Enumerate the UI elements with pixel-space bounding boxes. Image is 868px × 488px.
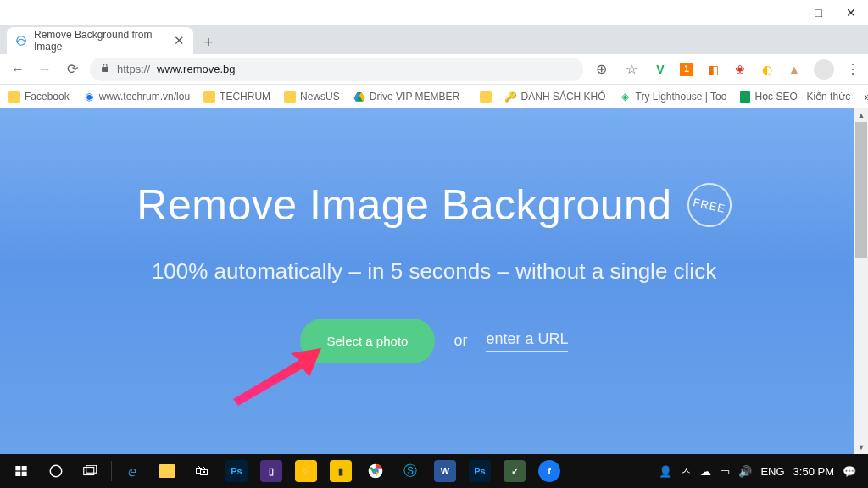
lighthouse-icon: ◈ [620, 91, 632, 103]
app-icon[interactable]: Ps [464, 454, 496, 488]
bookmark-label: Học SEO - Kiến thức [754, 91, 850, 103]
folder-icon [203, 91, 215, 103]
file-explorer-icon[interactable] [151, 454, 183, 488]
profile-avatar[interactable] [814, 59, 834, 80]
nav-back-button[interactable]: ← [8, 60, 27, 79]
bookmarks-overflow-button[interactable]: » [864, 90, 868, 103]
bookmark-item[interactable]: Drive VIP MEMBER - [353, 91, 466, 103]
extension-icon-2[interactable]: 1 [680, 63, 693, 76]
edge-icon[interactable]: ⅇ [116, 454, 148, 488]
facebook-icon[interactable]: f [533, 454, 565, 488]
bookmark-item[interactable] [480, 91, 492, 103]
folder-icon [480, 91, 492, 103]
bookmark-star-icon[interactable]: ☆ [622, 60, 641, 79]
bookmark-item[interactable]: NewsUS [284, 91, 340, 103]
select-photo-button[interactable]: Select a photo [300, 319, 436, 363]
svg-rect-6 [84, 468, 94, 475]
bookmark-label: NewsUS [300, 91, 340, 103]
tab-close-button[interactable]: ✕ [174, 33, 185, 48]
url-host: www.remove.bg [157, 63, 235, 75]
bookmark-item[interactable]: Học SEO - Kiến thức [740, 91, 850, 103]
app-icon[interactable]: ▮ [325, 454, 357, 488]
browser-menu-button[interactable]: ⋮ [846, 61, 860, 77]
folder-icon [8, 91, 20, 103]
people-icon[interactable]: 👤 [659, 465, 672, 478]
scroll-down-arrow-icon[interactable]: ▼ [854, 441, 868, 454]
bookmark-label: Drive VIP MEMBER - [370, 91, 466, 103]
or-text: or [453, 332, 467, 350]
lock-icon [100, 63, 110, 75]
svg-rect-1 [15, 466, 20, 470]
extension-icon-5[interactable]: ◐ [760, 62, 775, 77]
browser-tab[interactable]: Remove Background from Image ✕ [7, 27, 193, 54]
bookmark-item[interactable]: ◈Try Lighthouse | Too [620, 91, 727, 103]
bookmark-label: DANH SÁCH KHÓ [521, 91, 606, 103]
url-omnibox[interactable]: https://www.remove.bg [90, 58, 583, 81]
vertical-scrollbar[interactable]: ▲ ▼ [854, 108, 868, 454]
zoom-icon[interactable]: ⊕ [592, 60, 610, 79]
free-badge: FREE [683, 179, 736, 231]
enter-url-link[interactable]: enter a URL [486, 330, 568, 352]
bookmark-item[interactable]: 🔑DANH SÁCH KHÓ [505, 91, 606, 103]
bookmark-label: TECHRUM [220, 91, 270, 103]
skype-icon[interactable]: Ⓢ [394, 454, 426, 488]
new-tab-button[interactable]: + [197, 30, 220, 54]
bookmark-item[interactable]: Facebook [8, 91, 70, 103]
scrollbar-thumb[interactable] [855, 122, 867, 258]
volume-icon[interactable]: 🔊 [738, 465, 752, 478]
sheets-icon [740, 91, 750, 103]
language-indicator[interactable]: ENG [760, 465, 784, 478]
bookmark-label: Facebook [25, 91, 70, 103]
word-icon[interactable]: W [429, 454, 461, 488]
key-icon: 🔑 [505, 91, 517, 103]
page-content: Remove Image Background FREE 100% automa… [0, 108, 868, 454]
bookmark-label: www.techrum.vn/lou [99, 91, 190, 103]
tab-bar: Remove Background from Image ✕ + [0, 25, 868, 54]
task-view-icon[interactable] [75, 454, 107, 488]
url-scheme: https:// [117, 63, 150, 75]
system-tray: 👤 ㅅ ☁ ▭ 🔊 ENG 3:50 PM 💬 [659, 463, 863, 479]
gdrive-icon [353, 91, 365, 103]
svg-rect-7 [86, 465, 97, 473]
extension-icon-6[interactable]: ▲ [787, 62, 802, 77]
app-icon[interactable]: ⚡ [290, 454, 322, 488]
extension-icon-3[interactable]: ◧ [705, 62, 721, 77]
svg-rect-4 [22, 472, 27, 476]
hero-title: Remove Image Background [136, 180, 671, 230]
start-button[interactable] [5, 454, 37, 488]
app-icon[interactable]: Ps [220, 454, 253, 488]
bookmark-item[interactable]: TECHRUM [203, 91, 270, 103]
folder-icon [284, 91, 296, 103]
svg-point-5 [50, 465, 62, 477]
window-close-button[interactable]: ✕ [846, 6, 856, 19]
onedrive-icon[interactable]: ☁ [700, 465, 711, 478]
tab-title: Remove Background from Image [34, 29, 162, 53]
windows-taskbar: ⅇ 🛍 Ps ▯ ⚡ ▮ Ⓢ W Ps ✓ f 👤 ㅅ ☁ ▭ 🔊 ENG 3:… [0, 454, 868, 488]
clock[interactable]: 3:50 PM [793, 465, 834, 478]
scroll-up-arrow-icon[interactable]: ▲ [854, 108, 868, 122]
app-icon[interactable]: ✓ [498, 454, 531, 488]
window-maximize-button[interactable]: □ [815, 6, 822, 19]
chrome-icon[interactable] [359, 454, 392, 488]
bookmarks-bar: Facebook ◉www.techrum.vn/lou TECHRUM New… [0, 85, 868, 108]
svg-rect-2 [22, 466, 27, 470]
notifications-icon[interactable]: 💬 [843, 465, 856, 478]
svg-rect-3 [15, 472, 20, 476]
extension-icon-4[interactable]: ❀ [732, 62, 748, 77]
address-bar: ← → ⟳ https://www.remove.bg ⊕ ☆ V 1 ◧ ❀ … [0, 54, 868, 85]
nav-forward-button[interactable]: → [36, 60, 54, 79]
globe-icon: ◉ [83, 91, 95, 103]
bookmark-item[interactable]: ◉www.techrum.vn/lou [83, 91, 190, 103]
bookmark-label: Try Lighthouse | Too [636, 91, 727, 103]
cortana-icon[interactable] [40, 454, 72, 488]
app-icon[interactable]: ▯ [255, 454, 287, 488]
network-icon[interactable]: ▭ [720, 465, 730, 478]
nav-reload-button[interactable]: ⟳ [63, 60, 81, 79]
store-icon[interactable]: 🛍 [186, 454, 218, 488]
hero-subtitle: 100% automatically – in 5 seconds – with… [0, 258, 868, 285]
window-minimize-button[interactable]: — [780, 6, 792, 19]
tray-overflow-icon[interactable]: ㅅ [681, 463, 692, 479]
tab-favicon-icon [15, 34, 27, 47]
extension-icon-1[interactable]: V [653, 62, 668, 77]
